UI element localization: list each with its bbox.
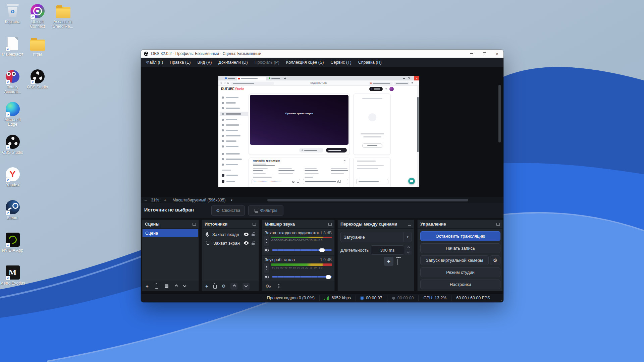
sidebar-app-item[interactable] [218,173,250,178]
browser-maximize-icon[interactable] [408,77,410,79]
properties-button[interactable]: ⚙ Свойства [211,205,245,216]
copy-icon[interactable] [337,181,339,183]
move-scene-down-button[interactable] [183,284,186,287]
source-list-item[interactable]: Захват экран [202,239,259,247]
create-button[interactable]: + [369,87,383,91]
add-source-button[interactable]: + [205,284,208,289]
mixer-options-button[interactable] [278,284,279,285]
tab-title-skeleton[interactable] [228,78,235,79]
sidebar-item[interactable] [218,157,250,162]
support-chat-fab[interactable] [408,178,415,184]
remove-transition-button[interactable] [397,259,397,265]
virtual-camera-config-button[interactable]: ⚙ [490,255,500,265]
browser-close-icon[interactable]: × [414,76,419,80]
sidebar-item[interactable] [218,95,250,100]
browser-minimize-icon[interactable] [403,78,405,79]
remove-scene-button[interactable] [155,285,158,289]
bell-icon[interactable] [385,88,387,90]
add-transition-button[interactable]: + [384,257,393,266]
unlock-icon[interactable] [252,234,255,236]
page-scrollbar[interactable] [417,86,419,187]
popout-icon[interactable] [193,223,196,226]
desktop-icon-recycle-bin[interactable]: ♻ Корзина [0,3,25,24]
sidebar-item[interactable] [218,106,250,111]
stream-key-field[interactable]: •••••••••••••••••••••••••••••• [252,179,300,184]
share-button[interactable] [299,148,323,153]
spin-up-icon[interactable] [405,245,412,250]
desktop-icon-yandex[interactable]: Y↗ Yandex [0,166,25,187]
browser-extension-pill[interactable] [369,82,393,85]
stop-streaming-button[interactable]: Остановить трансляцию [420,231,500,241]
sidebar-item[interactable] [218,152,250,156]
menu-edit[interactable]: Правка (E) [166,60,194,65]
tab-title-skeleton[interactable] [271,78,280,79]
move-source-down-button[interactable] [243,283,250,290]
move-source-up-button[interactable] [230,283,237,290]
transition-select[interactable]: Затухание ▼ [340,232,412,242]
remove-source-button[interactable] [213,285,217,289]
close-button[interactable]: × [491,50,503,58]
maximize-button[interactable] [478,50,491,58]
zoom-out-button[interactable]: − [144,197,147,203]
title-bar[interactable]: OBS 32.0.2 - Профиль: Безымянный - Сцены… [141,50,503,58]
source-list-item[interactable]: Захват входн [202,230,259,239]
menu-profile[interactable]: Профиль (P) [251,60,283,65]
channel-options-button[interactable] [264,236,269,246]
virtual-camera-button[interactable]: Запуск виртуальной камеры [420,255,489,265]
avatar[interactable] [389,87,394,91]
menu-tools[interactable]: Сервис (T) [327,60,355,65]
copy-icon[interactable] [296,181,298,183]
start-recording-button[interactable]: Начать запись [420,243,500,253]
menu-help[interactable]: Справка (H) [355,60,385,65]
studio-mode-button[interactable]: Режим студии [420,267,500,277]
move-scene-up-button[interactable] [175,285,178,288]
volume-slider[interactable] [272,276,332,278]
volume-slider-handle[interactable] [319,248,325,252]
desktop-icon-metro-exodus[interactable]: M↗ Metro Exodus [0,264,25,286]
popout-icon[interactable] [496,223,500,226]
visibility-eye-icon[interactable] [244,233,249,236]
menu-view[interactable]: Вид (V) [194,60,215,65]
sidebar-app-item[interactable] [218,179,250,184]
zoom-in-button[interactable]: + [164,197,166,203]
sidebar-item[interactable] [218,128,250,133]
scene-filters-button[interactable] [165,284,168,288]
resize-grip[interactable] [501,300,502,301]
sidebar-item[interactable] [218,133,250,138]
browser-extension-pill[interactable] [394,82,410,85]
add-scene-button[interactable]: + [146,284,149,289]
popout-icon[interactable] [328,223,332,226]
mute-button[interactable] [264,274,269,280]
sidebar-item[interactable] [218,123,250,127]
duration-spinner[interactable] [405,245,412,255]
volume-slider-handle[interactable] [326,275,331,279]
menu-file[interactable]: Файл (F) [143,60,166,65]
sidebar-item[interactable] [218,117,250,122]
popout-icon[interactable] [408,223,411,226]
settings-field[interactable] [356,179,388,184]
spin-down-icon[interactable] [405,250,412,255]
desktop-icon-nvidia-app[interactable]: ↗ NVIDIA App [0,232,25,253]
desktop-icon-steam[interactable]: ↗ Steam [0,199,25,220]
canvas-horizontal-scrollbar-thumb[interactable] [267,199,468,201]
preview-canvas[interactable]: × Студия RUTUBE [141,67,503,197]
stream-url-field[interactable] [303,179,348,184]
collapse-icon[interactable] [343,160,346,162]
minimize-button[interactable] [465,50,478,58]
panel-button[interactable] [362,143,382,148]
canvas-vertical-scrollbar[interactable] [498,85,501,142]
desktop-icon-ubisoft-connect[interactable]: ↗ Ubisoft Connect [25,3,50,29]
sidebar-item-active[interactable] [218,112,250,116]
mute-button[interactable] [264,247,269,253]
unlock-icon[interactable] [252,243,255,245]
primary-action-button[interactable] [326,148,347,153]
desktop-icon-assassins-folder[interactable]: Assassin's Creed Re... [50,3,75,29]
page-scrollbar-thumb[interactable] [417,97,419,152]
desktop-icon-obs-studio-2[interactable]: ↗ OBS Studio [0,134,25,155]
scale-mode-caret-icon[interactable]: ▼ [230,199,233,202]
scale-mode-label[interactable]: Масштабируемый (596x335) [172,198,225,202]
desktop-icon-games-folder[interactable]: игры [25,36,50,57]
desktop-icon-minecraft[interactable]: ↗ Майнкрафт [0,36,25,57]
sidebar-item[interactable] [218,144,250,149]
advanced-audio-button[interactable]: ⚙⚙ [265,284,271,288]
